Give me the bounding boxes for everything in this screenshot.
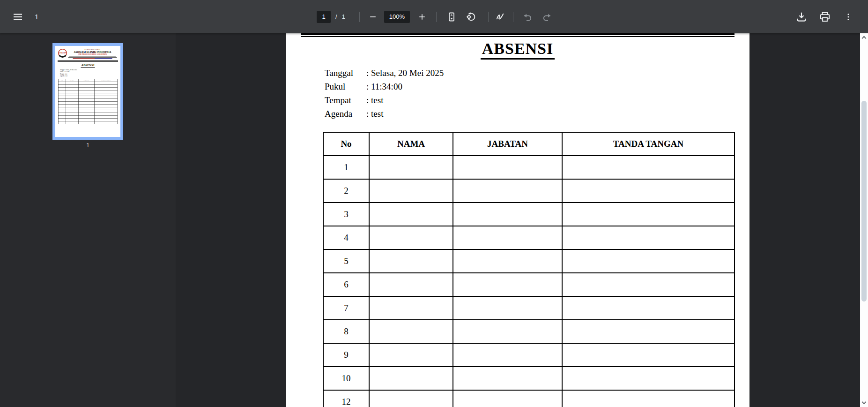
cell-empty [453, 156, 562, 179]
cell-empty [453, 320, 562, 343]
table-row: 2 [323, 179, 734, 203]
cell-no: 8 [323, 320, 369, 343]
cell-empty [369, 343, 453, 367]
page-count: 1 [342, 13, 345, 20]
cell-empty [369, 296, 453, 320]
fit-page-button[interactable] [445, 10, 458, 23]
scrollbar-thumb[interactable] [861, 101, 867, 301]
cell-empty [453, 367, 562, 390]
cell-empty [369, 156, 453, 179]
thumb-org-line3: (THE INDONESIAN CLINIC ASSOCIATION) [67, 53, 118, 55]
page-separator: / [335, 13, 337, 20]
document-title: 1 [35, 13, 38, 21]
meta-label: Agenda [325, 107, 366, 121]
thumb-table-body: NoNAMAJABATANTANDA TANGAN [58, 79, 118, 124]
toolbar: 1 / 1 100% [0, 0, 868, 33]
letterhead-rule-thick [301, 33, 734, 35]
cell-empty [562, 203, 734, 226]
thumb-doc-title: ABSENSI [55, 63, 120, 67]
menu-icon [12, 11, 23, 23]
three-dots-icon [844, 11, 853, 23]
menu-button[interactable] [11, 10, 24, 23]
download-icon [795, 11, 808, 23]
scroll-down-icon[interactable] [862, 400, 867, 405]
toolbar-divider [488, 12, 489, 22]
table-row: 5 [323, 249, 734, 273]
zoom-level-value[interactable]: 100% [384, 11, 410, 23]
cell-no: 3 [323, 203, 369, 226]
vertical-scrollbar[interactable] [860, 33, 868, 407]
pdf-page: ABSENSI Tanggal: Selasa, 20 Mei 2025 Puk… [286, 33, 749, 407]
cell-empty [562, 179, 734, 203]
rotate-counterclockwise-icon [466, 11, 477, 23]
cell-empty [562, 156, 734, 179]
thumb-table: NoNAMAJABATANTANDA TANGAN [58, 79, 118, 124]
meta-value: : Selasa, 20 Mei 2025 [366, 68, 444, 78]
meta-row: Tempat: test [325, 93, 444, 107]
zoom-out-button[interactable] [366, 10, 379, 23]
thumb-letterhead-rule [58, 60, 118, 61]
document-viewport[interactable]: ABSENSI Tanggal: Selasa, 20 Mei 2025 Puk… [176, 33, 868, 407]
cell-empty [453, 273, 562, 296]
pdf-viewer: 1 / 1 100% [0, 0, 868, 407]
cell-empty [453, 343, 562, 367]
cell-no: 10 [323, 367, 369, 390]
thumb-address-line [69, 56, 116, 57]
cell-empty [369, 203, 453, 226]
cell-no: 4 [323, 226, 369, 249]
toolbar-left-group: 1 [11, 0, 38, 33]
download-button[interactable] [795, 10, 808, 23]
cell-empty [453, 179, 562, 203]
thumbnail-sidebar: ASKLIN PENGURUS PUSAT ASOSIASI KLINIK IN… [0, 33, 176, 407]
cell-no: 5 [323, 249, 369, 273]
meta-label: Tempat [325, 93, 366, 107]
meta-label: Tanggal [325, 66, 366, 80]
cell-empty [562, 390, 734, 407]
thumbnail-page-number: 1 [52, 142, 123, 149]
table-row: 12 [323, 390, 734, 407]
cell-empty [369, 390, 453, 407]
page-number-input[interactable] [317, 11, 331, 23]
toolbar-right-group [795, 0, 855, 33]
table-row: 4 [323, 226, 734, 249]
cell-no: 2 [323, 179, 369, 203]
fit-page-icon [446, 11, 457, 23]
header-jabatan: JABATAN [453, 132, 562, 156]
more-options-button[interactable] [842, 10, 855, 23]
rotate-button[interactable] [465, 10, 478, 23]
redo-button[interactable] [541, 10, 554, 23]
annotate-button[interactable] [494, 10, 507, 23]
header-nama: NAMA [369, 132, 453, 156]
cell-empty [562, 296, 734, 320]
meta-label: Pukul [325, 80, 366, 93]
cell-empty [369, 320, 453, 343]
print-button[interactable] [818, 10, 831, 23]
cell-empty [562, 226, 734, 249]
cell-no: 1 [323, 156, 369, 179]
thumb-org-line2: ASOSIASI KLINIK INDONESIA [67, 51, 118, 53]
zoom-in-button[interactable] [415, 10, 429, 23]
table-row: 8 [323, 320, 734, 343]
cell-empty [453, 249, 562, 273]
scroll-up-icon[interactable] [862, 36, 867, 41]
cell-empty [562, 343, 734, 367]
page-title: ABSENSI [286, 40, 749, 58]
absensi-table-body: 1234567891012 [323, 156, 734, 407]
thumb-address-line [73, 58, 112, 59]
toolbar-center-group: / 1 100% [317, 0, 554, 33]
meta-value: : 11:34:00 [366, 82, 402, 91]
table-header-row: No NAMA JABATAN TANDA TANGAN [323, 132, 734, 156]
cell-no: 9 [323, 343, 369, 367]
table-row: 7 [323, 296, 734, 320]
meta-row: Pukul: 11:34:00 [325, 80, 444, 93]
table-row: 1 [323, 156, 734, 179]
print-icon [819, 11, 831, 23]
page-thumbnail[interactable]: ASKLIN PENGURUS PUSAT ASOSIASI KLINIK IN… [52, 43, 123, 140]
thumb-meta-row: Agenda : test [60, 75, 120, 77]
cell-empty [453, 390, 562, 407]
undo-button[interactable] [521, 10, 534, 23]
meta-row: Agenda: test [325, 107, 444, 121]
zoom-out-icon [368, 12, 378, 22]
cell-empty [453, 203, 562, 226]
table-row: 3 [323, 203, 734, 226]
